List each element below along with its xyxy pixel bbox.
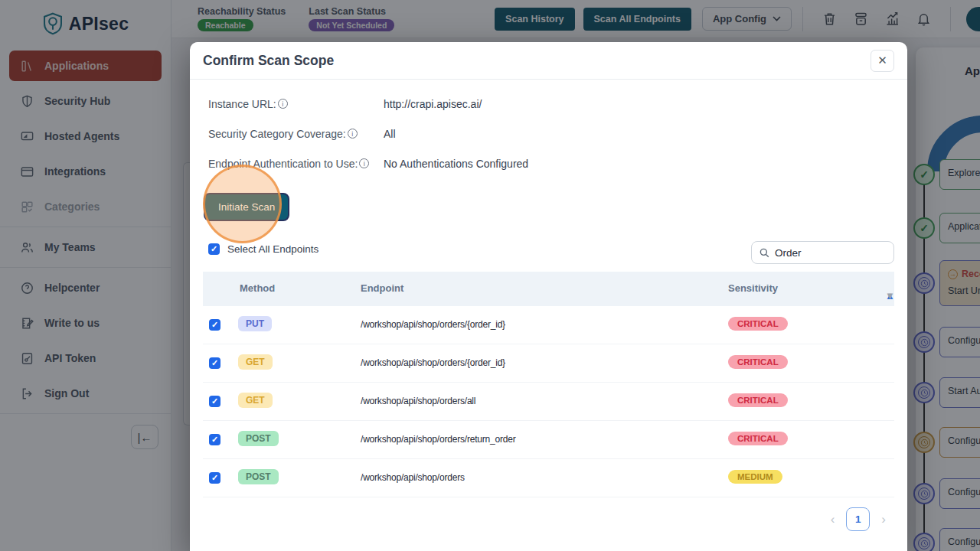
method-badge: GET: [238, 354, 273, 370]
scan-field-row: Security Category Coverage:i All: [208, 128, 396, 140]
endpoint-path: /workshop/api/shop/orders: [361, 472, 465, 483]
select-all-endpoints: ✓ Select All Endpoints: [208, 243, 318, 255]
scan-field-row: Instance URL:i http://crapi.apisec.ai/: [208, 98, 482, 110]
search-icon: [760, 248, 769, 258]
column-endpoint: Endpoint: [361, 282, 403, 294]
info-icon: i: [359, 158, 369, 168]
pagination: ‹ 1 ›: [831, 507, 886, 531]
select-all-checkbox[interactable]: ✓: [208, 243, 220, 255]
sensitivity-badge: CRITICAL: [728, 355, 788, 369]
row-checkbox[interactable]: ✓: [209, 319, 220, 331]
endpoints-table: Method Endpoint Sensitivity ▲▼ ✓ PUT /wo…: [203, 272, 894, 497]
endpoint-path: /workshop/api/shop/orders/{order_id}: [361, 357, 505, 368]
endpoint-row: ✓ GET /workshop/api/shop/orders/{order_i…: [203, 344, 894, 383]
endpoint-row: ✓ GET /workshop/api/shop/orders/all CRIT…: [203, 383, 894, 421]
confirm-scan-scope-modal: Confirm Scan Scope ✕ Instance URL:i http…: [190, 42, 907, 551]
close-icon[interactable]: ✕: [871, 50, 894, 72]
field-value: http://crapi.apisec.ai/: [384, 98, 482, 110]
row-checkbox[interactable]: ✓: [209, 472, 220, 484]
search-value: Order: [775, 247, 802, 259]
row-checkbox[interactable]: ✓: [209, 434, 220, 445]
field-label: Instance URL:: [208, 98, 276, 110]
sensitivity-badge: CRITICAL: [728, 317, 788, 331]
column-sensitivity: Sensitivity: [728, 282, 778, 294]
endpoint-row: ✓ PUT /workshop/api/shop/orders/{order_i…: [203, 306, 894, 344]
endpoint-search-input[interactable]: Order: [751, 241, 894, 264]
field-label: Endpoint Authentication to Use:: [208, 158, 358, 170]
row-checkbox[interactable]: ✓: [209, 396, 220, 407]
endpoint-row: ✓ POST /workshop/api/shop/orders/return_…: [203, 421, 894, 459]
scan-field-row: Endpoint Authentication to Use:i No Auth…: [208, 158, 528, 170]
endpoint-path: /workshop/api/shop/orders/all: [361, 396, 475, 406]
initiate-scan-button[interactable]: Initiate Scan: [204, 193, 289, 221]
endpoint-path: /workshop/api/shop/orders/{order_id}: [361, 319, 505, 330]
select-all-label: Select All Endpoints: [227, 243, 318, 255]
row-checkbox[interactable]: ✓: [209, 357, 220, 369]
info-icon: i: [348, 129, 358, 139]
sensitivity-badge: MEDIUM: [728, 470, 782, 484]
endpoint-path: /workshop/api/shop/orders/return_order: [361, 434, 516, 445]
sensitivity-badge: CRITICAL: [728, 432, 788, 445]
method-badge: GET: [238, 393, 273, 408]
field-value: No Authentications Configured: [384, 158, 528, 170]
next-page-icon[interactable]: ›: [881, 512, 886, 527]
prev-page-icon[interactable]: ‹: [831, 512, 835, 527]
method-badge: PUT: [238, 316, 272, 331]
method-badge: POST: [238, 431, 279, 446]
field-value: All: [384, 128, 396, 140]
endpoint-row: ✓ POST /workshop/api/shop/orders MEDIUM: [203, 459, 894, 497]
field-label: Security Category Coverage:: [208, 128, 346, 140]
page-number[interactable]: 1: [846, 507, 870, 531]
modal-title: Confirm Scan Scope: [203, 53, 334, 69]
column-method: Method: [240, 282, 275, 294]
sensitivity-badge: CRITICAL: [728, 393, 788, 407]
table-header: Method Endpoint Sensitivity ▲▼: [203, 272, 894, 306]
method-badge: POST: [238, 469, 279, 484]
info-icon: i: [278, 99, 288, 109]
